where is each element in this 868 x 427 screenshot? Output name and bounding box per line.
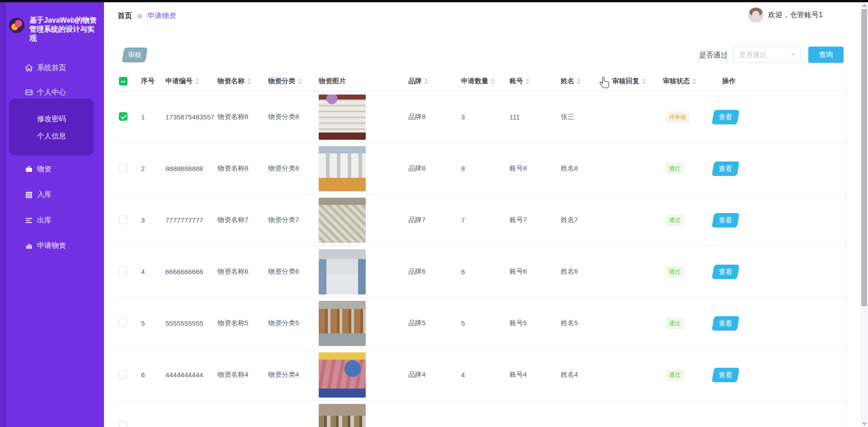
table-row: 6 4444444444 物资名称4 物资分类4 品牌4 4 账号4 姓名4 通…: [117, 349, 846, 401]
cell-category: 物资分类5: [268, 319, 319, 327]
top-black-strip: [0, 0, 868, 2]
sidebar-item-home[interactable]: 系统首页: [25, 62, 66, 74]
cell-action: 查看: [713, 265, 846, 279]
cell-action: 查看: [713, 316, 846, 331]
sort-caret-icon[interactable]: [525, 78, 530, 85]
row-checkbox[interactable]: [117, 164, 141, 174]
sidebar-item-profile[interactable]: 个人中心: [25, 86, 66, 99]
column-header-reply[interactable]: 审核回复: [612, 77, 663, 85]
cell-code: 1735875483557: [165, 113, 217, 121]
select-all-checkbox[interactable]: [117, 77, 141, 85]
column-header-brand[interactable]: 品牌: [408, 77, 461, 85]
sidebar-item-outbound[interactable]: 出库: [25, 214, 52, 227]
mouse-cursor: [599, 77, 609, 91]
cell-account: 账号4: [509, 370, 561, 379]
cell-status: 通过: [663, 266, 713, 277]
user-avatar[interactable]: [748, 7, 764, 23]
material-photo[interactable]: [319, 404, 366, 427]
breadcrumb-home[interactable]: 首页: [118, 11, 132, 21]
app-title: 基于JavaWeb的物资管理系统的设计与实现: [29, 16, 97, 43]
cell-qty: 8: [461, 165, 509, 172]
view-button[interactable]: 查看: [712, 161, 740, 176]
material-photo[interactable]: [319, 198, 366, 243]
table-row: [117, 401, 846, 427]
cell-name: 物资名称6: [217, 267, 268, 276]
cell-index: 4: [141, 268, 165, 275]
cell-action: 查看: [713, 110, 846, 124]
view-button[interactable]: 查看: [712, 265, 740, 279]
view-button[interactable]: 查看: [712, 110, 740, 124]
view-button[interactable]: 查看: [712, 213, 740, 228]
material-photo[interactable]: [319, 95, 366, 140]
material-photo[interactable]: [319, 301, 366, 346]
submenu-item-change-password[interactable]: 修改密码: [9, 114, 94, 124]
column-header-status[interactable]: 审核状态: [663, 77, 713, 85]
row-checkbox[interactable]: [117, 215, 141, 225]
cell-status: 通过: [663, 370, 713, 380]
cell-action: 查看: [713, 368, 846, 382]
cell-code: 4444444444: [165, 371, 217, 379]
sidebar-item-label: 物资: [37, 165, 52, 174]
column-header-name[interactable]: 物资名称: [217, 77, 268, 85]
lines-icon: [25, 216, 33, 224]
row-checkbox[interactable]: [117, 422, 141, 427]
cell-qty: 5: [461, 319, 509, 327]
material-photo[interactable]: [319, 146, 366, 191]
vertical-scrollbar[interactable]: [860, 2, 868, 427]
cell-account: 账号6: [509, 267, 561, 276]
row-checkbox[interactable]: [117, 267, 141, 277]
cell-code: 7777777777: [165, 216, 217, 224]
sort-caret-icon[interactable]: [642, 78, 646, 85]
topbar: 首页 申请物资 欢迎，仓管账号1: [104, 2, 868, 27]
scroll-up-icon[interactable]: [860, 2, 868, 9]
cell-photo: [319, 352, 408, 398]
cell-status: 通过: [663, 163, 713, 174]
column-header-account[interactable]: 账号: [509, 77, 561, 85]
view-button[interactable]: 查看: [712, 316, 740, 331]
sidebar-item-label: 个人中心: [37, 88, 66, 97]
sidebar-item-label: 出库: [37, 216, 52, 225]
cell-category: 物资分类4: [268, 370, 319, 379]
sidebar-item-material[interactable]: 物资: [25, 163, 52, 176]
sort-caret-icon[interactable]: [491, 78, 495, 85]
card-icon: [25, 88, 33, 96]
scroll-down-icon[interactable]: [860, 420, 868, 427]
row-checkbox[interactable]: [117, 112, 141, 122]
scrollbar-thumb[interactable]: [861, 9, 867, 306]
sidebar-item-inbound[interactable]: 入库: [25, 188, 52, 201]
apply-material-table: 序号申请编号物资名称物资分类物资图片品牌申请数量账号姓名审核回复审核状态操作 1…: [117, 71, 846, 427]
submenu-item-personal-info[interactable]: 个人信息: [9, 131, 94, 142]
audit-button[interactable]: 审核: [122, 47, 148, 62]
material-photo[interactable]: [319, 352, 366, 398]
sort-caret-icon[interactable]: [297, 78, 302, 85]
query-button[interactable]: 查询: [808, 47, 844, 63]
table-row: 5 5555555555 物资名称5 物资分类5 品牌5 5 账号5 姓名5 通…: [117, 298, 846, 349]
cell-category: 物资分类8: [268, 113, 319, 121]
sort-caret-icon[interactable]: [692, 78, 697, 85]
cell-name: 物资名称7: [217, 216, 268, 224]
row-checkbox[interactable]: [117, 318, 141, 328]
sort-caret-icon[interactable]: [195, 78, 199, 85]
column-header-code[interactable]: 申请编号: [165, 77, 217, 85]
row-checkbox[interactable]: [117, 370, 141, 380]
pass-filter-select[interactable]: 是否通过: [733, 47, 801, 63]
material-photo[interactable]: [319, 249, 366, 294]
cell-photo: [319, 404, 408, 427]
column-header-category[interactable]: 物资分类: [268, 77, 319, 85]
sidebar: 基于JavaWeb的物资管理系统的设计与实现 系统首页 个人中心 修改密码 个人…: [0, 2, 104, 427]
sidebar-item-apply[interactable]: 申请物资: [25, 239, 66, 252]
sort-caret-icon[interactable]: [247, 78, 251, 85]
sort-caret-icon[interactable]: [576, 78, 581, 85]
column-header-qty[interactable]: 申请数量: [461, 77, 509, 85]
cell-index: 1: [141, 113, 165, 121]
cell-code: 5555555555: [165, 319, 217, 327]
cell-name: 物资名称4: [217, 370, 268, 379]
cell-account: 账号8: [509, 164, 561, 173]
cell-action: 查看: [713, 213, 846, 228]
view-button[interactable]: 查看: [712, 368, 740, 382]
sidebar-item-label: 系统首页: [37, 63, 66, 73]
cell-photo: [319, 301, 408, 346]
cell-index: 3: [141, 216, 165, 224]
sort-caret-icon[interactable]: [424, 78, 429, 85]
bar-chart-icon: [25, 242, 33, 250]
